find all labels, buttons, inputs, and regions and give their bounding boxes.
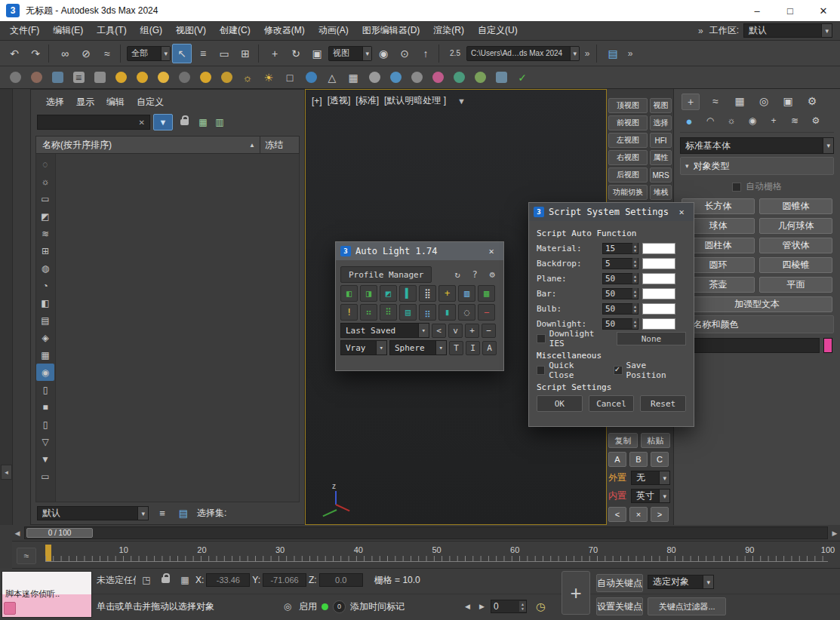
preset-5-icon[interactable]: ⣿ [419, 285, 436, 302]
external-dropdown[interactable]: 无 [631, 471, 670, 485]
i-button[interactable]: I [466, 341, 480, 355]
z-coordinate-field[interactable]: 0.0 [319, 573, 363, 587]
selection-lock-icon[interactable] [162, 577, 170, 583]
viewport-style-menu[interactable]: [标准] [355, 94, 379, 107]
reset-button[interactable]: Reset [640, 395, 686, 412]
visibility-toggle-icon[interactable]: ◉ [36, 364, 54, 381]
render-setup-icon[interactable] [27, 69, 45, 87]
save-position-checkbox[interactable] [614, 366, 622, 375]
preset-3-icon[interactable]: ◩ [380, 285, 397, 302]
script-settings-title-bar[interactable]: 3 Script System Settings ✕ [529, 203, 694, 221]
viewport-nav-button[interactable]: 顶视图 [608, 98, 648, 113]
preset-13-icon[interactable]: ⣶ [419, 304, 436, 321]
workspace-dropdown[interactable]: 默认 [743, 23, 832, 38]
preset-10-icon[interactable]: ⠶ [360, 304, 377, 321]
primitive-button[interactable]: 四棱锥 [759, 257, 832, 273]
ies-none-button[interactable]: None [617, 332, 686, 345]
preset-14-icon[interactable]: ▮ [438, 304, 456, 321]
geometry-filter-icon[interactable]: ⊞ [36, 242, 54, 259]
viewport-nav-button[interactable]: 功能切换 [608, 185, 648, 200]
small-spot-icon[interactable] [196, 69, 214, 87]
preset-8-icon[interactable]: ▦ [478, 285, 495, 302]
systems-category-icon[interactable]: ⚙ [808, 114, 823, 127]
light-shape-dropdown[interactable]: Sphere [389, 340, 447, 355]
gray-sphere-icon[interactable] [175, 69, 193, 87]
time-slider-left-icon[interactable]: ◀ [12, 529, 23, 537]
refresh-icon[interactable]: ↻ [451, 268, 464, 281]
preset-1-icon[interactable]: ◧ [340, 285, 358, 302]
lights-filter-icon[interactable]: ☼ [36, 173, 54, 190]
internal-units-dropdown[interactable]: 英寸 [631, 489, 670, 503]
cancel-button[interactable]: Cancel [589, 395, 635, 412]
color-swatch[interactable] [642, 318, 675, 330]
selection-filter-dropdown[interactable]: 全部 [127, 46, 171, 61]
object-name-field[interactable] [682, 338, 820, 353]
quick-close-checkbox[interactable] [537, 366, 545, 375]
apply-profile-button[interactable]: v [448, 324, 463, 338]
cameras-category-icon[interactable]: ◉ [745, 114, 760, 127]
viewport-nav-button[interactable]: 后视图 [608, 167, 648, 183]
a-button[interactable]: A [482, 341, 497, 355]
funnel-icon[interactable]: ▽ [36, 433, 54, 450]
primitive-button[interactable]: 圆锥体 [759, 198, 832, 214]
bones-filter-icon[interactable]: ◍ [36, 259, 54, 277]
viewport-nav-button[interactable]: 左视图 [608, 133, 648, 148]
next-key-icon[interactable]: ▶ [476, 600, 488, 613]
menu-item[interactable]: 动画(A) [312, 21, 355, 40]
select-and-rotate-icon[interactable]: ↻ [286, 44, 306, 63]
spinner-arrows-icon[interactable] [632, 243, 638, 253]
maxscript-mini-listener[interactable]: 脚本迷你侦听.. [2, 571, 92, 618]
color-swatch[interactable] [642, 273, 675, 284]
transform-type-in-icon[interactable]: ▦ [178, 573, 192, 587]
viewport-nav-button[interactable]: 前视图 [608, 115, 648, 130]
geometry-category-icon[interactable]: ● [682, 114, 697, 127]
layers-blue-icon[interactable]: ▤ [176, 507, 191, 520]
pyramid-icon[interactable]: △ [323, 69, 341, 87]
setting-spinner[interactable]: 50 [602, 288, 638, 299]
time-configuration-icon[interactable]: ◷ [536, 600, 545, 612]
open-container-icon[interactable]: ▤ [603, 44, 623, 63]
viewport-pov-menu[interactable]: [透视] [328, 94, 351, 107]
pick-parent-icon[interactable]: ▦ [196, 115, 210, 129]
viewport-filter-icon[interactable]: ▼ [457, 97, 466, 106]
color-swatch[interactable] [642, 243, 675, 254]
copy-button[interactable]: 复制 [608, 433, 638, 448]
project-folder-dropdown[interactable]: C:\Users\Ad…ds Max 2024 [466, 46, 580, 61]
auto-light-title-bar[interactable]: 3 Auto Light 1.74 ✕ [336, 242, 503, 260]
spinner-arrows-icon[interactable] [632, 303, 638, 314]
maxscript-icon[interactable] [4, 602, 16, 615]
groups-filter-icon[interactable]: ▦ [36, 346, 54, 364]
preset-15-icon[interactable]: ◌ [458, 304, 475, 321]
helpers-category-icon[interactable]: + [766, 114, 781, 127]
add-profile-button[interactable]: + [465, 324, 479, 338]
menu-item[interactable]: 自定义(U) [471, 21, 525, 40]
camera-tool-icon[interactable] [91, 69, 109, 87]
lights-category-icon[interactable]: ☼ [724, 114, 739, 127]
ok-button[interactable]: OK [537, 395, 583, 412]
viewport-nav-mode-button[interactable]: HFI [650, 133, 672, 148]
viewport-nav-mode-button[interactable]: 视图 [650, 98, 672, 113]
primitive-button[interactable]: 平面 [759, 277, 832, 293]
layer-manager-icon[interactable]: ≡ [69, 69, 88, 87]
set-keys-button[interactable]: + [562, 571, 590, 615]
current-frame-spinner[interactable]: 0 [491, 600, 527, 613]
spinner-arrows-icon[interactable] [632, 258, 638, 269]
color-swatch[interactable] [642, 288, 675, 299]
clear-search-icon[interactable]: ✕ [137, 118, 146, 127]
preset-9-icon[interactable]: ! [340, 304, 358, 321]
materials-filter-icon[interactable]: ◧ [36, 294, 54, 312]
primitive-category-dropdown[interactable]: 标准基本体 [680, 137, 834, 154]
lock-icon[interactable] [180, 119, 189, 125]
paste-button[interactable]: 粘贴 [641, 433, 670, 448]
color-swatch[interactable] [642, 303, 675, 315]
explorer-tab[interactable]: 编辑 [106, 96, 125, 109]
page-2-icon[interactable]: ▯ [36, 416, 54, 433]
time-slider-track[interactable]: 0 / 100 [24, 526, 828, 539]
frozen-column-header[interactable]: 冻结 [260, 137, 299, 153]
explorer-object-list[interactable] [56, 154, 299, 502]
sphere-light-icon[interactable] [154, 69, 172, 87]
explorer-tab[interactable]: 选择 [46, 96, 64, 109]
maximize-button[interactable]: □ [774, 0, 807, 21]
globe-icon[interactable] [450, 69, 468, 87]
sphere-arrow-icon[interactable] [471, 69, 489, 87]
